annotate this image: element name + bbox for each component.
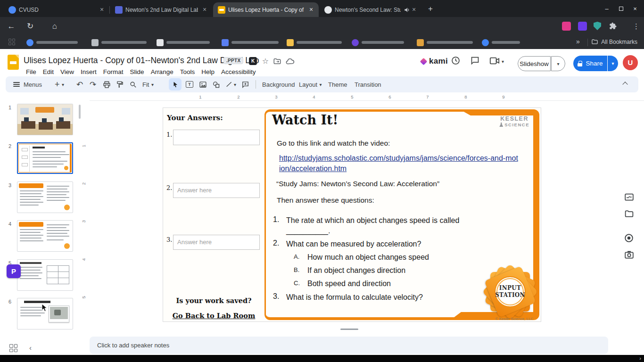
menu-arrange[interactable]: Arrange xyxy=(148,68,177,76)
intro-text[interactable]: Go to this link and watch the video: xyxy=(277,139,390,148)
cloud-status-icon[interactable] xyxy=(286,58,295,65)
slideshow-button[interactable]: Slideshow xyxy=(518,56,551,71)
share-button[interactable]: Share xyxy=(573,56,607,71)
filmstrip-scrollbar[interactable] xyxy=(79,105,81,119)
slide-thumbnail-3[interactable] xyxy=(17,181,73,213)
answer-box-1[interactable] xyxy=(173,130,260,145)
questions-prompt[interactable]: Then answer these questions: xyxy=(277,196,374,205)
meet-camera-icon[interactable] xyxy=(489,57,500,65)
new-tab-button[interactable]: + xyxy=(425,4,436,14)
redo-icon[interactable]: ↷ xyxy=(90,76,96,92)
collapse-toolbar-icon[interactable] xyxy=(623,76,627,92)
theme-button[interactable]: Theme xyxy=(328,76,347,92)
slideshow-dropdown-button[interactable]: ▾ xyxy=(551,56,565,71)
kami-page-badge[interactable]: P xyxy=(7,264,21,278)
video-link[interactable]: http://studyjams.scholastic.com/studyjam… xyxy=(279,153,519,174)
undo-icon[interactable]: ↶ xyxy=(76,76,83,92)
answer-box-2[interactable]: Answer here xyxy=(173,183,260,198)
insert-comment-icon[interactable] xyxy=(241,76,249,92)
menu-format[interactable]: Format xyxy=(100,68,127,76)
tab-newtons-second-law[interactable]: Newton's Second Law: Stu × xyxy=(320,2,421,17)
slide-thumbnail-1[interactable] xyxy=(17,104,73,135)
browser-menu-icon[interactable]: ⋮ xyxy=(633,21,640,32)
window-minimize-icon[interactable]: – xyxy=(600,5,614,12)
print-icon[interactable] xyxy=(103,76,111,92)
bookmark-item[interactable] xyxy=(287,39,342,46)
bookmark-item[interactable] xyxy=(352,39,404,46)
tab-newtons-lab[interactable]: Newton's 2nd Law Digital Lab × xyxy=(110,2,212,17)
q3-text[interactable]: What is the formula to calculate velocit… xyxy=(286,292,503,303)
move-folder-icon[interactable] xyxy=(273,57,281,66)
account-avatar[interactable]: U xyxy=(623,55,638,70)
slide-canvas[interactable]: Your Answers: 1. 2. Answer here 3. Answe… xyxy=(163,107,541,322)
apps-grid-icon[interactable] xyxy=(8,39,15,45)
tab-close-icon[interactable]: × xyxy=(98,6,106,14)
slides-app-icon[interactable] xyxy=(8,55,19,70)
answer-box-3[interactable]: Answer here xyxy=(173,235,260,250)
back-icon[interactable]: ← xyxy=(6,21,17,32)
reload-icon[interactable]: ↻ xyxy=(25,21,36,32)
menus-button[interactable]: Menus xyxy=(13,76,42,92)
bookmark-item[interactable] xyxy=(91,39,147,46)
go-back-link[interactable]: Go Back to Lab Room xyxy=(163,312,264,320)
slide-thumbnail-2-selected[interactable] xyxy=(17,142,73,174)
kami-logo[interactable]: kami xyxy=(421,57,448,66)
q2a-text[interactable]: How much an object changes speed xyxy=(307,252,505,263)
bookmark-item[interactable] xyxy=(222,39,279,46)
bookmark-item[interactable] xyxy=(482,39,520,46)
collapse-filmstrip-icon[interactable]: ‹ xyxy=(29,344,32,352)
q2c-text[interactable]: Both speed and direction xyxy=(307,279,505,289)
tab-close-icon[interactable]: × xyxy=(307,6,315,14)
share-dropdown-button[interactable]: ▾ xyxy=(608,56,618,71)
tab-close-icon[interactable]: × xyxy=(410,6,418,14)
kami-doc-icon[interactable]: K xyxy=(249,57,257,65)
camera-dropdown-caret-icon[interactable]: ▾ xyxy=(502,59,504,64)
insert-line-icon[interactable]: ▾ xyxy=(225,76,236,92)
tab-cvusd[interactable]: CVUSD × xyxy=(4,2,109,17)
slide-thumbnail-4[interactable] xyxy=(17,220,73,252)
textbox-tool-icon[interactable]: T xyxy=(186,76,193,92)
extensions-puzzle-icon[interactable] xyxy=(608,22,618,31)
transition-button[interactable]: Transition xyxy=(355,76,381,92)
slide-thumbnail-5[interactable] xyxy=(17,259,73,291)
menu-help[interactable]: Help xyxy=(198,68,218,76)
all-bookmarks-button[interactable]: All Bookmarks xyxy=(591,38,637,45)
adblock-shield-icon[interactable] xyxy=(594,22,601,30)
bookmarks-overflow-icon[interactable]: » xyxy=(576,38,580,45)
slide-title[interactable]: Watch It! xyxy=(272,113,338,127)
record-tool-icon[interactable] xyxy=(624,233,634,243)
zoom-tool-icon[interactable] xyxy=(129,76,137,92)
new-slide-button[interactable]: + ▾ xyxy=(55,76,64,92)
tab-close-icon[interactable]: × xyxy=(201,6,208,14)
kami-extension-icon[interactable] xyxy=(562,22,571,31)
home-icon[interactable]: ⌂ xyxy=(49,21,60,32)
menu-tools[interactable]: Tools xyxy=(177,68,198,76)
q1-text[interactable]: The rate at which an object changes spee… xyxy=(286,215,496,236)
layout-button[interactable]: Layout ▾ xyxy=(299,76,322,92)
bookmark-item[interactable] xyxy=(26,39,78,46)
video-subtitle[interactable]: “Study Jams: Newton’s Second Law: Accele… xyxy=(276,180,439,188)
q2-text[interactable]: What can be measured by acceleration? xyxy=(286,239,503,249)
answers-heading[interactable]: Your Answers: xyxy=(167,114,223,122)
tab-active-slides[interactable]: Ulises Lopez Huerta - Copy of 0 × xyxy=(213,2,319,17)
select-tool-button[interactable] xyxy=(169,78,182,90)
tab-audio-icon[interactable] xyxy=(404,7,410,13)
folder-tool-icon[interactable] xyxy=(624,209,634,219)
background-button[interactable]: Background xyxy=(262,76,295,92)
window-close-icon[interactable]: × xyxy=(628,5,642,12)
menu-insert[interactable]: Insert xyxy=(77,68,100,76)
menu-file[interactable]: File xyxy=(23,68,40,76)
zoom-select[interactable]: Fit ▾ xyxy=(142,76,154,92)
camera-tool-icon[interactable] xyxy=(624,250,634,260)
slide-thumbnail-6[interactable] xyxy=(17,298,73,329)
menu-accessibility[interactable]: Accessibility xyxy=(218,68,259,76)
star-document-icon[interactable]: ☆ xyxy=(261,57,270,66)
menu-view[interactable]: View xyxy=(57,68,77,76)
comments-icon[interactable] xyxy=(470,56,480,66)
purple-extension-icon[interactable] xyxy=(578,22,587,31)
panel-expand-icon[interactable]: › xyxy=(639,355,641,362)
grid-view-icon[interactable] xyxy=(9,344,17,352)
menu-slide[interactable]: Slide xyxy=(127,68,148,76)
insert-shape-icon[interactable] xyxy=(212,76,220,92)
version-history-icon[interactable] xyxy=(451,56,461,66)
